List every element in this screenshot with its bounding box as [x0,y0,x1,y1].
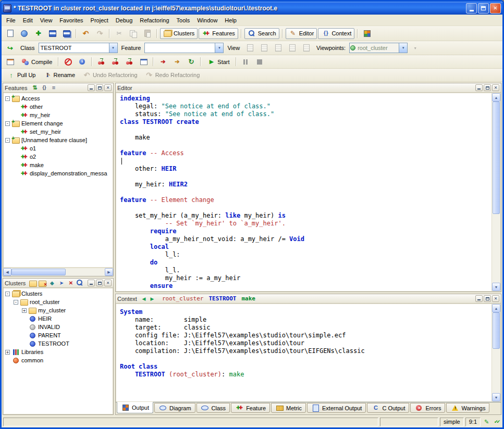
feature-item-access[interactable]: -Access [4,94,113,103]
scrollbar-thumb[interactable] [493,312,500,349]
start-button[interactable]: Start [204,56,232,67]
cluster-item-libraries[interactable]: +Libraries [4,348,113,356]
new-cluster-icon[interactable] [29,279,38,287]
tab-c-output[interactable]: C Output [367,403,409,413]
collapse-icon[interactable]: - [5,292,10,296]
panel-maximize-icon[interactable] [96,280,103,286]
panel-close-icon[interactable]: ✕ [492,84,499,91]
scroll-up-icon[interactable]: ▲ [492,93,500,102]
scroll-up-icon[interactable]: ▲ [492,304,500,312]
freeze-icon[interactable] [109,56,122,67]
cluster-item-my-cluster[interactable]: +my_cluster [4,306,113,314]
scrollbar-thumb[interactable] [493,102,500,214]
feature-item-set-my-heir[interactable]: set_my_heir [4,128,113,136]
feature-combobox[interactable]: ▼ [144,43,224,53]
save-all-icon[interactable] [60,28,73,39]
feature-item-other[interactable]: other [4,103,113,111]
recompile-icon[interactable] [185,56,198,67]
clusters-toggle-button[interactable]: Clusters [160,28,198,39]
feature-item-unnamed-feature-clause[interactable]: -[Unnamed feature clause] [4,136,113,144]
dropdown-arrow-icon[interactable]: ▼ [215,43,223,53]
panel-close-icon[interactable]: ✕ [104,84,112,91]
cluster-item-heir[interactable]: HEIR [4,314,113,323]
breadcrumb-make[interactable]: make [241,295,255,302]
tab-diagram[interactable]: Diagram [154,403,195,413]
features-horizontal-scrollbar[interactable]: ◀ ▶ [3,268,113,276]
menu-refactoring[interactable]: Refactoring [136,16,173,25]
diagram-tool-icon[interactable] [361,28,374,39]
collapse-icon[interactable]: - [5,121,10,126]
titlebar[interactable]: * TESTROOT in cluster root_cluster locat… [2,2,502,15]
undo-icon[interactable] [79,28,92,39]
collapse-icon[interactable]: - [5,96,10,101]
tab-class[interactable]: Class [196,403,230,413]
tab-errors[interactable]: Errors [410,403,445,413]
panel-minimize-icon[interactable] [88,280,95,286]
cluster-item-clusters[interactable]: -Clusters [4,289,113,298]
panel-minimize-icon[interactable] [475,295,483,302]
sort-features-icon[interactable] [30,84,39,92]
menu-edit[interactable]: Edit [19,16,36,25]
tab-output[interactable]: Output [117,402,153,413]
info-icon[interactable] [76,56,89,67]
panel-maximize-icon[interactable] [484,84,491,91]
signature-icon[interactable] [40,84,48,92]
search-toggle-button[interactable]: Search [244,28,279,39]
rename-button[interactable]: Rename [40,70,78,81]
melt-icon[interactable] [95,56,108,67]
viewpoints-combobox[interactable]: root_cluster▼ [349,43,408,53]
scroll-left-icon[interactable]: ◀ [3,268,11,276]
class-options-icon[interactable] [47,279,56,287]
feature-clauses-icon[interactable] [49,84,58,92]
go-to-warning-icon[interactable] [170,56,183,67]
panel-maximize-icon[interactable] [484,295,491,302]
compile-window-icon[interactable] [137,56,150,67]
editor-code-area[interactable]: indexing legal: "See notice at end of cl… [116,93,491,291]
menu-help[interactable]: Help [221,16,240,25]
scrollbar-track[interactable] [492,312,500,393]
feature-item-display-demonstration-messa[interactable]: display_demonstration_messa [4,169,113,178]
tab-metric[interactable]: Metric [271,403,306,413]
editor-vertical-scrollbar[interactable]: ▲ ▼ [491,93,500,291]
cluster-item-parent[interactable]: PARENT [4,331,113,339]
minimize-button[interactable] [466,3,477,14]
cluster-item-root-cluster[interactable]: -root_cluster [4,298,113,306]
panel-close-icon[interactable]: ✕ [492,295,499,302]
collapse-icon[interactable]: - [5,138,10,143]
go-to-error-icon[interactable] [156,56,169,67]
add-item-icon[interactable] [32,28,45,39]
cluster-item-testroot[interactable]: TESTROOT [4,339,113,348]
expand-icon[interactable]: + [22,308,27,313]
feature-item-o1[interactable]: o1 [4,144,113,153]
context-toggle-button[interactable]: Context [318,28,354,39]
expand-icon[interactable]: + [5,350,10,355]
forward-icon[interactable]: ▶ [149,295,156,302]
menu-favorites[interactable]: Favorites [56,16,87,25]
panel-close-icon[interactable]: ✕ [104,280,112,286]
dropdown-arrow-icon[interactable]: ▼ [109,43,117,53]
dropdown-arrow-icon[interactable]: ▼ [399,43,407,53]
panel-minimize-icon[interactable] [88,84,95,91]
feature-item-element-change[interactable]: -Element change [4,119,113,128]
scroll-right-icon[interactable]: ▶ [105,268,113,276]
menu-tools[interactable]: Tools [173,16,194,25]
cancel-compile-icon[interactable] [62,56,75,67]
back-icon[interactable]: ◀ [140,295,147,302]
feature-item-o2[interactable]: o2 [4,153,113,161]
compile-button[interactable]: Compile [18,56,55,67]
cluster-item-invalid[interactable]: INVALID [4,323,113,331]
maximize-button[interactable] [478,3,489,14]
search-cluster-icon[interactable] [76,279,84,287]
tab-external-output[interactable]: External Output [307,403,366,413]
feature-item-make[interactable]: make [4,161,113,169]
breadcrumb-testroot[interactable]: TESTROOT [208,295,236,302]
features-toggle-button[interactable]: Features [199,28,238,39]
scrollbar-thumb[interactable] [11,269,66,275]
open-icon[interactable] [18,28,31,39]
breadcrumb-root-cluster[interactable]: root_cluster [162,295,203,302]
pull-up-button[interactable]: Pull Up [4,70,39,81]
finalize-icon[interactable] [123,56,136,67]
collapse-icon[interactable]: - [14,300,18,305]
menu-project[interactable]: Project [87,16,112,25]
context-vertical-scrollbar[interactable]: ▲ ▼ [491,304,500,401]
